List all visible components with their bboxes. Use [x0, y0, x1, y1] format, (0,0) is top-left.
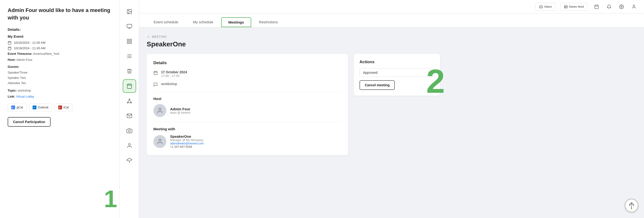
- svg-point-57: [631, 203, 632, 204]
- meeting-with-info: SpeakerOne Manager @ My Mompany attendee…: [170, 134, 204, 149]
- guests-label: Guests:: [8, 65, 112, 68]
- notification-icon: [606, 4, 612, 9]
- sidebar-item-trash[interactable]: [123, 64, 136, 78]
- left-panel: Admin Four would like to have a meeting …: [0, 0, 120, 218]
- meeting-with-email: attendeeten@inevent.com: [170, 142, 204, 145]
- back-breadcrumb[interactable]: MEETING: [147, 35, 636, 38]
- inbox-button[interactable]: Inbox: [536, 3, 556, 11]
- sidebar-nav: [120, 0, 139, 218]
- news-feed-label: News feed: [569, 5, 584, 9]
- divider-2: [154, 122, 341, 122]
- user-profile-icon[interactable]: [630, 3, 638, 11]
- date-end-row: 10/18/2024 - 11:45 AM: [8, 46, 112, 50]
- svg-line-33: [128, 100, 130, 102]
- top-bar-icons: [592, 3, 638, 11]
- outlook-label: Outlook: [38, 105, 49, 109]
- cancel-meeting-button[interactable]: Cancel meeting: [360, 80, 395, 90]
- sidebar-item-photo[interactable]: [123, 5, 136, 18]
- timezone-label: Event Timezone:: [8, 52, 32, 56]
- news-feed-button[interactable]: News feed: [560, 3, 588, 11]
- profile-icon: [632, 4, 636, 9]
- guests-list: SpeakerThree Speaker Two Attendee Ten: [8, 70, 112, 86]
- cards-row: Details 17 October 2024 17:00 - 17:45 wo…: [147, 54, 636, 155]
- svg-text:O: O: [33, 107, 34, 108]
- svg-point-37: [128, 130, 130, 132]
- ical-label: iCal: [64, 105, 69, 109]
- calendar-nav-icon: [126, 83, 132, 89]
- sidebar-item-monitor[interactable]: [123, 20, 136, 33]
- gear-icon: [619, 4, 624, 9]
- sidebar-item-mail[interactable]: [123, 109, 136, 123]
- svg-line-34: [130, 100, 131, 102]
- sidebar-item-camera[interactable]: [123, 124, 136, 138]
- outlook-button[interactable]: O Outlook: [29, 103, 52, 111]
- host-value: Admin Four: [16, 58, 32, 62]
- svg-point-58: [631, 208, 632, 209]
- sidebar-item-user[interactable]: [123, 139, 136, 152]
- sidebar-item-graduation[interactable]: [123, 154, 136, 167]
- svg-rect-22: [130, 42, 132, 44]
- svg-rect-45: [595, 5, 598, 9]
- svg-point-38: [128, 144, 130, 145]
- settings-icon[interactable]: [617, 3, 626, 11]
- link-row: Link: Virtual Lobby: [8, 95, 112, 98]
- svg-rect-41: [564, 5, 567, 8]
- gcal-button[interactable]: G gCal: [8, 103, 26, 111]
- list-icon: [126, 53, 132, 59]
- trash-icon: [126, 68, 132, 74]
- tab-event-schedule[interactable]: Event schedule: [147, 17, 185, 27]
- calendar-icon: [8, 41, 12, 45]
- cancel-participation-button[interactable]: Cancel Participation: [8, 117, 50, 127]
- timezone-value: America/New_York: [33, 52, 60, 56]
- topic-label: Topic:: [8, 89, 17, 92]
- svg-text:G: G: [12, 107, 14, 109]
- svg-point-49: [621, 6, 622, 7]
- network-icon: [126, 98, 132, 104]
- tab-restrictions[interactable]: Restrictions: [252, 17, 285, 27]
- user-icon: [126, 143, 132, 149]
- svg-marker-39: [127, 158, 132, 161]
- accessibility-button[interactable]: [625, 199, 638, 212]
- svg-rect-26: [127, 84, 132, 88]
- host-row: Host: Admin Four: [8, 58, 112, 62]
- calendar-top-icon[interactable]: [592, 3, 601, 11]
- number-badge-1: 1: [104, 187, 117, 211]
- chat-icon: [154, 82, 158, 87]
- host-person-row: Admin Four team @ inevent: [154, 104, 341, 117]
- clock-icon: [8, 46, 12, 50]
- inbox-label: Inbox: [544, 5, 552, 9]
- details-label: Details:: [8, 27, 112, 32]
- content-area: MEETING SpeakerOne Details 17 October 20…: [139, 27, 644, 218]
- tab-meetings[interactable]: Meetings: [221, 17, 251, 27]
- meeting-with-phone: +1 347-667-9266: [170, 145, 204, 149]
- ical-button[interactable]: iC iCal: [55, 103, 72, 111]
- sidebar-item-list[interactable]: [123, 50, 136, 63]
- sidebar-item-grid[interactable]: [123, 35, 136, 48]
- svg-point-56: [159, 139, 161, 141]
- meeting-with-name: SpeakerOne: [170, 134, 204, 139]
- host-avatar: [154, 104, 166, 117]
- guest-name-2: Speaker Two: [8, 75, 112, 80]
- event-title: My Event: [8, 34, 112, 38]
- virtual-lobby-link[interactable]: Virtual Lobby: [16, 95, 34, 98]
- sidebar-item-network[interactable]: [123, 94, 136, 108]
- status-select[interactable]: Approved Pending Declined: [360, 68, 434, 77]
- accessibility-icon: [628, 202, 635, 209]
- top-bar: Inbox News feed: [139, 0, 644, 14]
- gcal-label: gCal: [16, 105, 23, 109]
- tab-my-schedule[interactable]: My schedule: [186, 17, 220, 27]
- meeting-with-avatar-icon: [156, 138, 163, 145]
- tabs-bar: Event schedule My schedule Meetings Rest…: [139, 14, 644, 27]
- svg-rect-51: [154, 71, 157, 75]
- svg-point-30: [129, 99, 130, 100]
- bell-icon[interactable]: [605, 3, 613, 11]
- camera-icon: [126, 128, 132, 134]
- calendar-buttons: G gCal O Outlook iC iCal: [8, 103, 112, 111]
- monitor-icon: [126, 24, 132, 29]
- topic-row: Topic: workshop: [8, 89, 112, 92]
- sidebar-item-calendar[interactable]: [123, 79, 136, 93]
- host-name: Admin Four: [170, 107, 190, 111]
- meeting-request-heading: Admin Four would like to have a meeting …: [8, 7, 112, 22]
- back-icon: [147, 35, 150, 38]
- date-detail-row: 17 October 2024 17:00 - 17:45: [154, 70, 341, 78]
